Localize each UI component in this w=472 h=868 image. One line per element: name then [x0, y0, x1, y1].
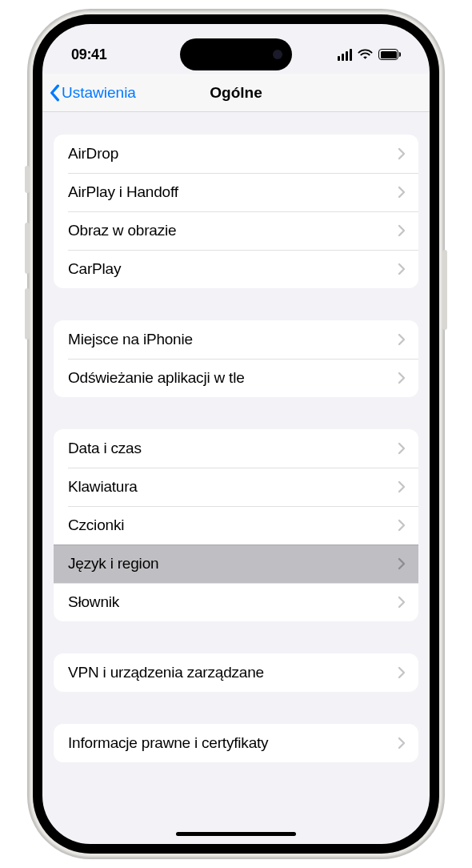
chevron-right-icon	[398, 480, 406, 493]
group-connectivity: AirDrop AirPlay i Handoff Obraz w obrazi…	[54, 135, 418, 288]
back-button[interactable]: Ustawienia	[49, 84, 136, 102]
silence-switch	[25, 166, 30, 193]
group-legal: Informacje prawne i certyfikaty	[54, 724, 418, 762]
row-label: CarPlay	[68, 260, 121, 278]
back-label: Ustawienia	[62, 84, 136, 102]
row-label: Język i region	[68, 555, 158, 573]
row-language-region[interactable]: Język i region	[54, 545, 418, 583]
dynamic-island	[180, 38, 292, 70]
cellular-icon	[338, 49, 353, 61]
row-dictionary[interactable]: Słownik	[54, 583, 418, 621]
row-label: Czcionki	[68, 516, 124, 534]
row-label: Słownik	[68, 593, 119, 611]
row-background-refresh[interactable]: Odświeżanie aplikacji w tle	[54, 359, 418, 397]
row-vpn-managed[interactable]: VPN i urządzenia zarządzane	[54, 653, 418, 692]
row-label: Odświeżanie aplikacji w tle	[68, 369, 245, 387]
chevron-right-icon	[398, 666, 406, 679]
home-indicator[interactable]	[176, 832, 296, 836]
row-legal[interactable]: Informacje prawne i certyfikaty	[54, 724, 418, 762]
row-keyboard[interactable]: Klawiatura	[54, 468, 418, 506]
row-label: Klawiatura	[68, 478, 138, 496]
row-airdrop[interactable]: AirDrop	[54, 135, 418, 173]
row-pip[interactable]: Obraz w obrazie	[54, 211, 418, 250]
chevron-right-icon	[398, 186, 406, 199]
power-button	[442, 250, 447, 330]
chevron-right-icon	[398, 372, 406, 384]
wifi-icon	[358, 49, 373, 60]
battery-icon	[378, 49, 401, 60]
chevron-right-icon	[398, 596, 406, 609]
group-vpn: VPN i urządzenia zarządzane	[54, 653, 418, 692]
chevron-right-icon	[398, 519, 406, 532]
chevron-right-icon	[398, 263, 406, 275]
row-label: Data i czas	[68, 440, 142, 457]
camera-dot	[273, 50, 282, 59]
row-storage[interactable]: Miejsce na iPhonie	[54, 320, 418, 359]
row-label: Miejsce na iPhonie	[68, 331, 193, 348]
device-frame: 09:41	[28, 10, 444, 858]
row-label: AirDrop	[68, 145, 118, 163]
row-carplay[interactable]: CarPlay	[54, 250, 418, 288]
group-general: Data i czas Klawiatura Czcionki Język i …	[54, 429, 418, 621]
row-label: Informacje prawne i certyfikaty	[68, 734, 268, 752]
chevron-right-icon	[398, 147, 406, 160]
row-label: VPN i urządzenia zarządzane	[68, 664, 264, 681]
chevron-right-icon	[398, 333, 406, 346]
chevron-right-icon	[398, 442, 406, 455]
screen: 09:41	[42, 24, 430, 844]
row-label: AirPlay i Handoff	[68, 183, 178, 201]
row-fonts[interactable]: Czcionki	[54, 506, 418, 545]
group-storage: Miejsce na iPhonie Odświeżanie aplikacji…	[54, 320, 418, 397]
row-label: Obraz w obrazie	[68, 222, 176, 239]
chevron-right-icon	[398, 557, 406, 570]
volume-up-button	[25, 223, 30, 274]
chevron-left-icon	[49, 84, 60, 102]
nav-bar: Ustawienia Ogólne	[42, 74, 430, 112]
row-date-time[interactable]: Data i czas	[54, 429, 418, 468]
volume-down-button	[25, 288, 30, 340]
row-airplay-handoff[interactable]: AirPlay i Handoff	[54, 173, 418, 211]
chevron-right-icon	[398, 737, 406, 749]
status-time: 09:41	[71, 46, 107, 63]
chevron-right-icon	[398, 224, 406, 237]
content-scroll[interactable]: AirDrop AirPlay i Handoff Obraz w obrazi…	[42, 112, 430, 844]
